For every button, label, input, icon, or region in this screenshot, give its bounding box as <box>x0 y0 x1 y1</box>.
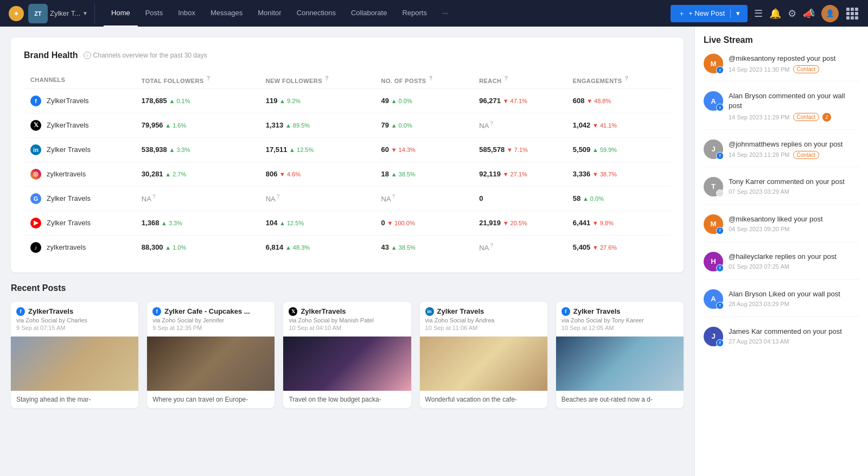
nav-right: ＋ + New Post ▾ ☰ 🔔 ⚙ 📣 👤 <box>671 5 859 22</box>
post-card[interactable]: f Zylker Cafe - Cupcakes ... via Zoho So… <box>147 302 275 409</box>
metric-cell: 58 ▲ 0.0% <box>566 186 671 211</box>
post-header: f ZylkerTravels via Zoho Social by Charl… <box>11 302 138 337</box>
stream-text: James Kar commented on your post <box>729 327 859 337</box>
stream-time: 27 Aug 2023 04:13 AM <box>729 338 859 345</box>
gg-icon: G <box>30 193 41 204</box>
post-image <box>147 337 275 391</box>
nav-item-home[interactable]: Home <box>104 0 138 27</box>
recent-posts-section: Recent Posts f ZylkerTravels via Zoho So… <box>11 283 684 409</box>
post-time: 9 Sep at 07:15 AM <box>16 325 133 331</box>
stream-avatar: J f <box>704 327 723 346</box>
stream-timestamp: 27 Aug 2023 04:13 AM <box>729 338 789 345</box>
stream-platform-icon: f <box>716 339 724 347</box>
post-time: 9 Sep at 12:35 PM <box>152 325 269 331</box>
stream-list: M f @mikesantony reposted your post 14 S… <box>704 54 859 354</box>
channel-cell: ◎ zylkertravels <box>24 162 135 186</box>
post-card[interactable]: f Zylker Travels via Zoho Social by Tony… <box>556 302 684 409</box>
brand-logo-square: ZT <box>28 4 48 23</box>
brand-table-body: f ZylkerTravels 178,685 ▲ 0.1% 119 ▲ 9.2… <box>24 88 671 259</box>
channel-cell: in Zylker Travels <box>24 137 135 162</box>
contact-badge: Contact <box>793 151 819 159</box>
stream-avatar: A f <box>704 91 723 111</box>
metric-cell: NA? <box>259 186 375 211</box>
channel-name: ZylkerTravels <box>47 97 89 105</box>
zoho-badge: Z <box>822 113 831 122</box>
metric-cell: 21,919 ▼ 20.5% <box>473 211 566 235</box>
stream-item[interactable]: A f Alan Bryson commented on your wall p… <box>704 91 859 129</box>
stream-item[interactable]: J f @johnmatthews replies on your post 1… <box>704 139 859 167</box>
brand-health-header: Brand Health i Channels overview for the… <box>24 50 671 60</box>
metric-cell: 30,281 ▲ 2.7% <box>135 162 259 186</box>
brand-label: Zylker T... <box>50 9 80 17</box>
stream-item[interactable]: T Tony Karrer commented on your post 07 … <box>704 177 859 205</box>
apps-grid-icon[interactable] <box>845 7 859 21</box>
new-post-button[interactable]: ＋ + New Post ▾ <box>671 5 748 22</box>
post-channel: f Zylker Cafe - Cupcakes ... <box>152 307 269 316</box>
tw-icon: 𝕏 <box>30 120 41 131</box>
stream-avatar: H f <box>704 252 723 271</box>
new-post-button-group[interactable]: ＋ + New Post ▾ <box>671 5 748 22</box>
channel-name: Zylker Travels <box>47 194 91 202</box>
channel-name: Zylker Travels <box>47 145 91 154</box>
nav-item-posts[interactable]: Posts <box>138 0 171 27</box>
channel-name: zylkertravels <box>47 170 86 178</box>
post-platform-icon: in <box>425 307 434 316</box>
stream-time: 01 Sep 2023 07:25 AM <box>729 263 859 270</box>
megaphone-icon[interactable]: 📣 <box>803 8 815 20</box>
nav-item-messages[interactable]: Messages <box>203 0 250 27</box>
stream-info: @johnmatthews replies on your post 14 Se… <box>729 139 859 159</box>
post-card[interactable]: f ZylkerTravels via Zoho Social by Charl… <box>11 302 138 409</box>
user-avatar[interactable]: 👤 <box>821 5 839 22</box>
channel-name: Zylker Travels <box>47 219 91 227</box>
stream-text: Tony Karrer commented on your post <box>729 177 859 187</box>
post-card[interactable]: in Zylker Travels via Zoho Social by And… <box>420 302 547 409</box>
stream-avatar: T <box>704 177 723 196</box>
table-row: ♪ zylkertravels 88,300 ▲ 1.0% 6,814 ▲ 48… <box>24 235 671 259</box>
channel-cell: 𝕏 ZylkerTravels <box>24 113 135 137</box>
stream-item[interactable]: H f @haileyclarke replies on your post 0… <box>704 252 859 280</box>
stream-timestamp: 14 Sep 2023 11:29 PM <box>729 114 790 120</box>
nav-item-monitor[interactable]: Monitor <box>250 0 289 27</box>
stream-time: 07 Sep 2023 03:29 AM <box>729 188 859 195</box>
metric-cell: 6,814 ▲ 48.3% <box>259 235 375 259</box>
brand-health-card: Brand Health i Channels overview for the… <box>11 37 684 272</box>
stream-timestamp: 04 Sep 2023 09:20 PM <box>729 226 790 232</box>
nav-more-button[interactable]: ··· <box>435 0 456 27</box>
yt-icon: ▶ <box>30 218 41 229</box>
stream-timestamp: 07 Sep 2023 03:29 AM <box>729 188 789 195</box>
stream-item[interactable]: M f @mikesantony reposted your post 14 S… <box>704 54 859 81</box>
post-channel-name: Zylker Travels <box>437 307 484 315</box>
notifications-icon[interactable]: 🔔 <box>769 8 781 20</box>
nav-item-connections[interactable]: Connections <box>289 0 343 27</box>
stream-item[interactable]: A f Alan Bryson Liked on your wall post … <box>704 289 859 317</box>
app-logo: ✦ <box>9 6 24 21</box>
contact-badge: Contact <box>793 65 819 73</box>
metric-cell: 538,938 ▲ 3.3% <box>135 137 259 162</box>
stream-platform-icon <box>716 189 724 197</box>
nav-item-collaborate[interactable]: Collaborate <box>343 0 395 27</box>
new-post-plus: ＋ <box>678 9 685 18</box>
metric-cell: 96,271 ▼ 47.1% <box>473 88 566 113</box>
stream-item[interactable]: J f James Kar commented on your post 27 … <box>704 327 859 354</box>
metric-cell: 806 ▼ 4.6% <box>259 162 375 186</box>
tt-icon: ♪ <box>30 242 41 253</box>
post-caption: Where you can travel on Europe- <box>147 391 275 409</box>
info-icon[interactable]: i <box>84 52 91 59</box>
live-stream-title: Live Stream <box>704 35 859 45</box>
post-channel-name: ZylkerTravels <box>301 307 346 315</box>
menu-icon[interactable]: ☰ <box>754 8 763 20</box>
logo-area[interactable]: ✦ ZT Zylker T... ▼ <box>9 4 95 23</box>
channel-name: zylkertravels <box>47 243 86 251</box>
nav-item-reports[interactable]: Reports <box>394 0 435 27</box>
post-card[interactable]: 𝕏 ZylkerTravels via Zoho Social by Manis… <box>283 302 411 409</box>
post-via: via Zoho Social by Jennifer <box>152 317 269 323</box>
stream-info: James Kar commented on your post 27 Aug … <box>729 327 859 345</box>
stream-item[interactable]: M f @mikesantony liked your post 04 Sep … <box>704 214 859 242</box>
brand-health-table: CHANNELS TOTAL FOLLOWERS ? NEW FOLLOWERS… <box>24 71 671 259</box>
nav-item-inbox[interactable]: Inbox <box>170 0 203 27</box>
brand-chevron: ▼ <box>82 10 88 16</box>
post-platform-icon: 𝕏 <box>289 307 297 316</box>
settings-icon[interactable]: ⚙ <box>788 8 796 20</box>
metric-cell: 3,336 ▼ 38.7% <box>566 162 671 186</box>
col-new-followers: NEW FOLLOWERS ? <box>259 71 375 88</box>
